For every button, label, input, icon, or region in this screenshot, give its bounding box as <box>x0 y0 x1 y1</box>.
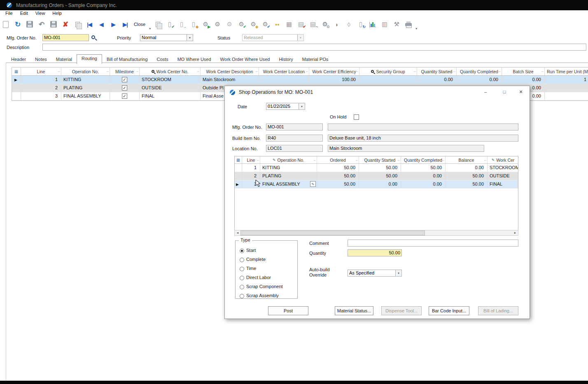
column-header-line[interactable]: Line⇔ <box>242 156 260 163</box>
column-header-quantity-started[interactable]: Quantity Started⇔ <box>417 67 457 75</box>
cell-run-time[interactable] <box>545 84 588 92</box>
cell-qty-started[interactable]: 50.00 <box>359 164 401 172</box>
column-header-run-time[interactable]: Run Time per Unit (M <box>545 67 588 75</box>
column-header-quantity-completed[interactable]: Quantity Completed⇔ <box>401 156 446 163</box>
sort-filter-icon[interactable]: ⇔ <box>135 70 139 73</box>
cell-operation[interactable]: FINAL ASSEMBLY✎ <box>260 180 317 188</box>
column-header-quantity-completed[interactable]: Quantity Completed⇔ <box>457 67 502 75</box>
radio-complete[interactable] <box>240 258 244 262</box>
process-hold-icon[interactable]: ⚙◆ <box>248 19 258 29</box>
process-start-icon[interactable]: ⚙▶ <box>201 19 210 29</box>
nav-last-icon[interactable]: ▶| <box>120 19 130 29</box>
select-all-header[interactable]: ▦ <box>12 67 21 75</box>
cell-operation[interactable]: KITTING <box>61 76 110 84</box>
document-check-icon[interactable]: ▯✔ <box>165 19 175 29</box>
hand-truck-icon[interactable]: ◊ <box>344 19 354 29</box>
post-button[interactable]: Post <box>268 306 308 315</box>
menu-help[interactable]: Help <box>49 10 65 17</box>
lookup-button[interactable]: ✎ <box>310 181 316 187</box>
close-icon[interactable]: ✕ <box>516 88 526 96</box>
process-icon[interactable]: ⚙ <box>212 19 222 29</box>
table-row[interactable]: 2 PLATING 50.00 50.00 0.00 50.00 OUTSIDE <box>235 172 518 180</box>
copy-pages-icon[interactable] <box>153 19 163 29</box>
refresh-icon[interactable]: ↻ <box>13 19 23 29</box>
cell-work-center[interactable]: STOCKROOM <box>488 164 518 172</box>
process-verify-icon[interactable]: ⚙✔ <box>260 19 270 29</box>
cell-run-time[interactable] <box>545 92 588 100</box>
clipboard-icon[interactable]: ▥ <box>380 19 390 29</box>
radio-time[interactable] <box>240 267 244 271</box>
cell-line[interactable]: 1 <box>242 164 260 172</box>
build-item-field[interactable]: R40 <box>266 135 323 142</box>
bar-code-input-button[interactable]: Bar Code Input... <box>429 306 469 315</box>
tab-routing[interactable]: Routing <box>77 54 102 64</box>
report-document-icon[interactable]: ▤~ <box>308 19 318 29</box>
cell-work-center[interactable]: STOCKROOM <box>140 76 201 84</box>
autobuild-select[interactable]: As Specified ▾ <box>348 270 402 277</box>
date-select[interactable]: 01/22/2025 ▾ <box>266 103 305 110</box>
document-refresh-icon[interactable]: ▯↻ <box>356 19 366 29</box>
chevron-down-icon[interactable]: ▾ <box>187 35 193 41</box>
column-header-operation[interactable]: Operation No.⇔ <box>61 67 110 75</box>
process-complete-icon[interactable]: ⚙✔ <box>236 19 246 29</box>
quantity-input[interactable]: 50.00 <box>348 249 402 256</box>
column-header-work-center-description[interactable]: Work Center Description⇔ <box>201 67 259 75</box>
column-header-line[interactable]: Line⇔ <box>21 67 61 75</box>
column-header-milestone[interactable]: Milestone⇔ <box>110 67 140 75</box>
sort-filter-icon[interactable]: ⇔ <box>397 158 400 162</box>
column-header-operation[interactable]: ✎Operation No.⇔ <box>260 156 317 163</box>
sort-filter-icon[interactable]: ⇔ <box>541 70 544 73</box>
scroll-left-icon[interactable]: ◄ <box>235 230 240 235</box>
copy-icon[interactable] <box>72 19 82 29</box>
cell-line[interactable]: 3 <box>21 92 61 100</box>
cell-location[interactable] <box>259 76 309 84</box>
minimize-icon[interactable]: – <box>480 88 491 96</box>
chevron-down-icon[interactable]: ▾ <box>395 270 401 276</box>
footprints-icon[interactable]: •• <box>272 19 282 29</box>
cell-balance[interactable]: 50.00 <box>446 172 488 180</box>
cell-work-center[interactable]: OUTSIDE <box>140 84 201 92</box>
scrollbar-thumb[interactable] <box>240 230 425 235</box>
radio-scrap-assembly[interactable] <box>240 294 244 298</box>
table-row[interactable]: ▶ 3 FINAL ASSEMBLY✎ 50.00 0.00 0.00 50.0… <box>235 180 518 189</box>
toolbar-overflow-icon[interactable]: ▾ <box>415 27 417 32</box>
comment-input[interactable] <box>348 240 518 247</box>
document-export-icon[interactable]: ▯→ <box>177 19 187 29</box>
cell-work-center[interactable]: FINAL <box>488 180 518 188</box>
horizontal-scrollbar[interactable]: ◄ ► <box>234 230 518 236</box>
milestone-checkbox[interactable]: ✓ <box>122 93 127 99</box>
radio-scrap-component[interactable] <box>240 285 244 289</box>
search-icon[interactable] <box>91 35 95 39</box>
chevron-down-icon[interactable]: ▾ <box>299 103 305 109</box>
wrench-icon[interactable]: ⚒ <box>392 19 401 29</box>
table-row[interactable]: ▶ 1 KITTING ✓ STOCKROOM Main Stockroom 1… <box>12 76 588 84</box>
dispense-icon[interactable]: ◗ <box>332 19 342 29</box>
sort-filter-icon[interactable]: ⇔ <box>255 70 258 73</box>
cell-description[interactable]: Main Stockroom <box>201 76 259 84</box>
cell-line[interactable]: 2 <box>242 172 260 180</box>
nav-first-icon[interactable]: |◀ <box>84 19 94 29</box>
cell-operation[interactable]: FINAL ASSEMBLY <box>61 92 110 100</box>
on-hold-checkbox[interactable] <box>354 114 359 120</box>
menu-edit[interactable]: Edit <box>16 10 32 17</box>
cell-efficiency[interactable]: 100.00 <box>309 76 359 84</box>
column-header-work-center-efficiency[interactable]: Work Center Efficiency⇔ <box>309 67 359 75</box>
checklist-icon[interactable]: ▤✔ <box>296 19 306 29</box>
sort-filter-icon[interactable]: ⇔ <box>196 70 200 73</box>
cell-ordered[interactable]: 50.00 <box>317 172 359 180</box>
document-update-icon[interactable]: ▯◆ <box>189 19 198 29</box>
save-icon[interactable] <box>25 19 35 29</box>
radio-direct-labor[interactable] <box>240 276 244 280</box>
cell-qty-completed[interactable]: 0.00 <box>401 180 446 188</box>
cell-qty-completed[interactable]: 0.00 <box>401 172 446 180</box>
undo-icon[interactable]: ↶ <box>37 19 47 29</box>
material-status-button[interactable]: Material Status... <box>335 306 373 315</box>
process-gray-icon[interactable]: ⚙ <box>224 19 234 29</box>
milestone-checkbox[interactable]: ✓ <box>122 77 127 82</box>
delete-icon[interactable]: ✘ <box>61 19 70 29</box>
sort-filter-icon[interactable]: ⇔ <box>57 70 61 73</box>
toolbar-overflow-icon[interactable]: ▾ <box>149 27 151 32</box>
cell-line[interactable]: 1 <box>21 76 61 84</box>
description-input[interactable] <box>42 44 586 51</box>
gears-icon[interactable]: ⚙⚙ <box>320 19 330 29</box>
